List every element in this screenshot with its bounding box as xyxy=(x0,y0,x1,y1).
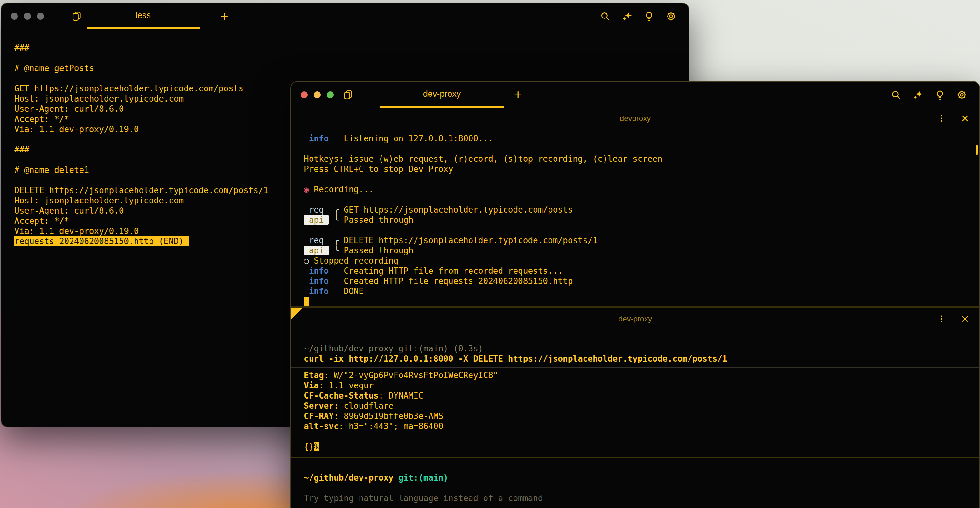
command-block: ~/github/dev-proxy git:(main) (0.3s)curl… xyxy=(304,344,970,364)
tab-dev-proxy[interactable]: dev-proxy xyxy=(380,82,504,108)
terminal-line xyxy=(304,174,970,184)
terminal-line xyxy=(304,483,970,493)
terminal-line: ○ Stopped recording xyxy=(304,256,970,266)
window-toolbar xyxy=(598,10,678,23)
terminal-line: info Listening on 127.0.0.1:8000... xyxy=(304,133,970,143)
terminal-line: info DONE xyxy=(304,286,970,296)
tab-less-label: less xyxy=(135,11,151,21)
tab-bar-dev-proxy: dev-proxy + xyxy=(291,82,979,108)
terminal-line xyxy=(14,53,679,63)
sparkles-icon[interactable] xyxy=(620,10,634,23)
pane-title: dev-proxy xyxy=(619,314,652,323)
terminal-line xyxy=(304,143,970,154)
pane-header: devproxy xyxy=(291,108,979,129)
traffic-lights xyxy=(11,13,44,20)
kebab-menu-icon[interactable] xyxy=(935,312,948,326)
traffic-light-zoom[interactable] xyxy=(327,91,334,98)
bulb-icon[interactable] xyxy=(643,10,656,23)
plus-icon: + xyxy=(220,9,229,23)
pane-title: devproxy xyxy=(620,114,651,123)
traffic-light-close[interactable] xyxy=(11,13,18,20)
close-icon[interactable] xyxy=(958,312,972,326)
close-icon[interactable] xyxy=(958,112,972,125)
gear-icon[interactable] xyxy=(955,88,969,102)
new-tab-button[interactable]: + xyxy=(511,88,525,102)
traffic-light-close[interactable] xyxy=(301,91,308,98)
scrollbar-thumb[interactable] xyxy=(975,145,978,155)
terminal-line: ◉ Recording... xyxy=(304,184,970,194)
terminal-output-devproxy: info Listening on 127.0.0.1:8000... Hotk… xyxy=(291,129,979,306)
terminal-line: api ╰ Passed through xyxy=(304,245,970,256)
terminal-line: CF-Cache-Status: DYNAMIC xyxy=(304,390,970,401)
terminal-line xyxy=(304,225,970,235)
bookmarks-icon[interactable] xyxy=(70,10,83,23)
terminal-line: info Created HTTP file requests_20240620… xyxy=(304,276,970,286)
terminal-line: req ╭ DELETE https://jsonplaceholder.typ… xyxy=(304,235,970,245)
block-separator xyxy=(291,367,979,368)
pane-devproxy: devproxy info Listening on 127.0.0.1:800 xyxy=(291,108,979,306)
kebab-menu-icon[interactable] xyxy=(935,112,948,125)
bookmarks-icon[interactable] xyxy=(341,88,355,102)
traffic-light-minimize[interactable] xyxy=(314,91,321,98)
tab-bar-less: less + xyxy=(1,3,689,29)
pane-header: dev-proxy xyxy=(291,309,979,330)
terminal-line: info Creating HTTP file from recorded re… xyxy=(304,266,970,276)
traffic-light-zoom[interactable] xyxy=(37,13,44,20)
terminal-line: Server: cloudflare xyxy=(304,401,970,411)
terminal-line: Try typing natural language instead of a… xyxy=(304,493,970,503)
gear-icon[interactable] xyxy=(664,10,678,23)
terminal-line: curl -ix http://127.0.0.1:8000 -X DELETE… xyxy=(304,354,970,364)
terminal-line: Hotkeys: issue (w)eb request, (r)ecord, … xyxy=(304,154,970,164)
tab-less[interactable]: less xyxy=(86,3,200,29)
terminal-line xyxy=(304,194,970,205)
terminal-line: Via: 1.1 vegur xyxy=(304,381,970,390)
block-divider xyxy=(291,457,979,458)
terminal-line: Press CTRL+C to stop Dev Proxy xyxy=(304,164,970,174)
terminal-line: Etag: W/"2-vyGp6PvFo4RvsFtPoIWeCReyIC8" xyxy=(304,370,970,381)
terminal-line: ~/github/dev-proxy git:(main) (0.3s) xyxy=(304,344,970,354)
terminal-line: alt-svc: h3=":443"; ma=86400 xyxy=(304,421,970,431)
plus-icon: + xyxy=(514,88,522,102)
tab-dev-proxy-label: dev-proxy xyxy=(423,89,461,99)
command-output: Etag: W/"2-vyGp6PvFo4RvsFtPoIWeCReyIC8"V… xyxy=(304,370,970,452)
search-icon[interactable] xyxy=(889,88,903,102)
terminal-line xyxy=(304,296,970,306)
pane-dev-proxy-shell: dev-proxy ~/github/dev-proxy git:( xyxy=(291,309,979,508)
bulb-icon[interactable] xyxy=(933,88,947,102)
sparkles-icon[interactable] xyxy=(911,88,924,102)
shell-prompt[interactable]: ~/github/dev-proxy git:(main) Try typing… xyxy=(304,473,970,503)
terminal-line: ~/github/dev-proxy git:(main) xyxy=(304,473,970,483)
pane-divider[interactable] xyxy=(291,306,979,309)
terminal-line: # @name getPosts xyxy=(14,63,679,73)
traffic-light-minimize[interactable] xyxy=(24,13,31,20)
terminal-line: {}% xyxy=(304,441,970,452)
terminal-line: ### xyxy=(14,43,679,53)
terminal-line: CF-RAY: 8969d519bffe0b3e-AMS xyxy=(304,411,970,421)
search-icon[interactable] xyxy=(598,10,612,23)
new-tab-button[interactable]: + xyxy=(218,10,231,23)
terminal-line: req ╭ GET https://jsonplaceholder.typico… xyxy=(304,205,970,215)
window-dev-proxy: dev-proxy + xyxy=(291,81,980,508)
terminal-line xyxy=(304,431,970,441)
traffic-lights xyxy=(301,91,334,98)
window-toolbar xyxy=(889,88,969,102)
terminal-line: api ╰ Passed through xyxy=(304,215,970,225)
